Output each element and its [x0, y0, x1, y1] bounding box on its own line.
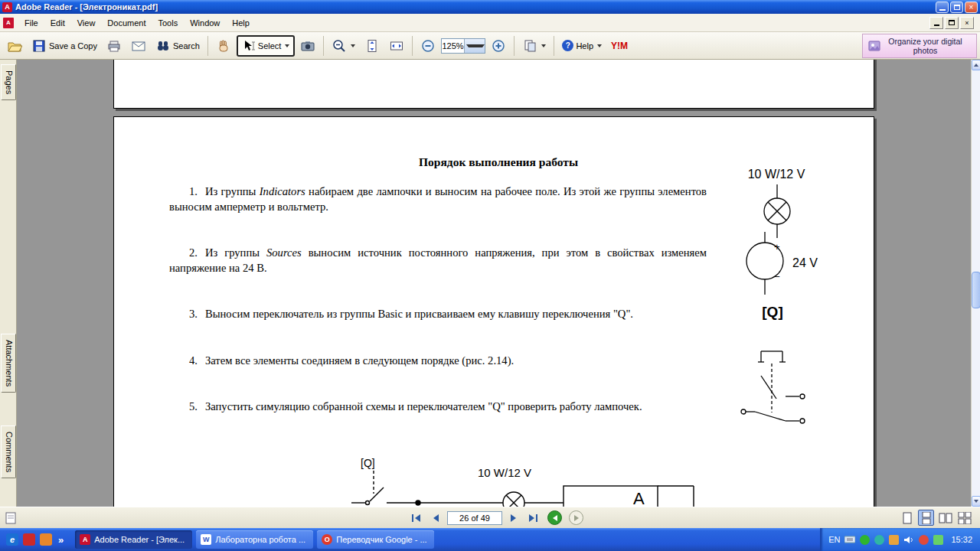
status-bar [0, 507, 980, 528]
view-continuous-facing-button[interactable] [956, 510, 972, 526]
maximize-button[interactable] [950, 2, 963, 13]
taskbar-button-google-translate[interactable]: O Переводчик Google - ... [317, 530, 434, 549]
tray-icon-teal[interactable] [874, 535, 884, 545]
first-page-button[interactable] [409, 510, 424, 526]
save-a-copy-button[interactable]: Save a Copy [28, 35, 101, 57]
scroll-up-button[interactable] [972, 60, 980, 70]
source-minus-sign: – [774, 270, 780, 282]
tab-comments[interactable]: Comments [1, 425, 16, 478]
tab-attachments[interactable]: Attachments [1, 334, 16, 393]
keyboard-icon[interactable] [844, 535, 855, 544]
page-navigation [409, 510, 583, 526]
zoom-tool-dropdown[interactable] [328, 35, 359, 57]
scroll-down-button[interactable] [972, 496, 980, 507]
doc-close-button[interactable]: × [960, 17, 974, 29]
taskbar-button-word-document[interactable]: W Лабораторна робота ... [196, 530, 313, 549]
page-layout-icon [522, 38, 537, 54]
forward-arrow-icon [573, 514, 580, 522]
photo-promo-button[interactable]: Organize your digital photos [862, 34, 977, 58]
title-bar: A Adobe Reader - [Электроникат.pdf] × [0, 0, 980, 14]
document-area[interactable]: Порядок выполнения работы 1.Из группы In… [17, 60, 971, 507]
quick-launch: e » [0, 533, 71, 546]
paragraph-5: 5.Запустить симуляцию собранной схемы и … [169, 399, 659, 415]
search-button[interactable]: Search [152, 35, 204, 57]
arrow-up-icon [974, 64, 978, 67]
menu-tools[interactable]: Tools [152, 15, 185, 31]
zoom-level-combobox[interactable]: 125% [441, 38, 485, 54]
menu-document[interactable]: Document [101, 15, 152, 31]
yahoo-messenger-button[interactable]: Y!M [607, 35, 632, 57]
open-button[interactable] [3, 35, 26, 57]
printer-icon [106, 38, 122, 54]
previous-view-button[interactable] [547, 510, 562, 525]
page-size-icon [5, 511, 17, 525]
last-page-button[interactable] [525, 510, 541, 526]
scrollbar-thumb[interactable] [972, 272, 980, 308]
adobe-reader-icon: A [80, 534, 90, 545]
previous-page-icon [431, 514, 440, 523]
document-window-controls: × [929, 17, 977, 29]
next-page-button[interactable] [506, 510, 521, 526]
search-label: Search [173, 41, 200, 51]
minimize-button[interactable] [936, 2, 949, 13]
adobe-reader-icon: A [2, 2, 12, 12]
print-button[interactable] [103, 35, 126, 57]
tray-icon-light-green[interactable] [933, 535, 943, 545]
chevron-down-icon [285, 44, 289, 47]
menu-edit[interactable]: Edit [44, 15, 71, 31]
zoom-out-icon [420, 38, 436, 54]
previous-page-button[interactable] [428, 510, 443, 526]
chevron-down-icon [597, 44, 602, 47]
page-display-dropdown[interactable] [518, 35, 550, 57]
lamp-symbol-figure [756, 184, 799, 238]
menu-window[interactable]: Window [184, 15, 226, 31]
select-tool-button[interactable]: Select [237, 35, 296, 57]
floppy-disk-icon [31, 38, 47, 54]
menu-view[interactable]: View [71, 15, 102, 31]
volume-icon[interactable] [903, 535, 914, 545]
clock[interactable]: 15:32 [951, 535, 972, 544]
taskbar-button-adobe-reader[interactable]: A Adobe Reader - [Элек... [75, 530, 192, 549]
menu-file[interactable]: File [18, 15, 44, 31]
language-indicator[interactable]: EN [828, 535, 840, 544]
toolbar-separator [514, 36, 514, 56]
fit-width-button[interactable] [385, 35, 408, 57]
camera-icon [300, 38, 315, 54]
restore-icon [949, 20, 955, 25]
doc-minimize-button[interactable] [929, 17, 943, 29]
minimize-icon [939, 9, 946, 11]
tab-pages[interactable]: Pages [1, 64, 16, 100]
firefox-icon[interactable] [40, 533, 52, 546]
tray-icon-orange[interactable] [889, 535, 899, 545]
quick-launch-overflow-chevron[interactable]: » [57, 534, 65, 546]
zoom-dropdown-button[interactable] [464, 39, 485, 53]
tray-icon-red[interactable] [919, 535, 929, 545]
doc-restore-button[interactable] [945, 17, 959, 29]
hand-icon [216, 38, 231, 54]
view-facing-button[interactable] [937, 510, 953, 526]
help-dropdown[interactable]: ? Help [558, 35, 606, 57]
view-single-page-button[interactable] [899, 510, 915, 526]
internet-explorer-icon[interactable]: e [6, 533, 18, 546]
toolbar-separator [412, 36, 413, 56]
back-arrow-icon [551, 514, 559, 522]
quick-launch-icon-2[interactable] [23, 533, 35, 546]
source-plus-sign: + [774, 241, 780, 253]
zoom-in-button[interactable] [487, 35, 510, 57]
hand-tool-button[interactable] [212, 35, 235, 57]
binoculars-icon [155, 38, 171, 54]
view-continuous-button[interactable] [918, 510, 934, 526]
zoom-level-value: 125% [442, 41, 463, 51]
menu-help[interactable]: Help [226, 15, 256, 31]
next-view-button[interactable] [569, 510, 583, 525]
page-number-field[interactable] [447, 511, 502, 525]
toolbar-separator [207, 36, 208, 56]
snapshot-tool-button[interactable] [296, 35, 319, 57]
vertical-scrollbar[interactable] [971, 60, 980, 507]
zoom-out-button[interactable] [416, 35, 439, 57]
source-voltage-label: 24 V [792, 256, 818, 270]
email-button[interactable] [127, 35, 150, 57]
fit-page-button[interactable] [361, 35, 384, 57]
close-button[interactable]: × [965, 2, 978, 13]
tray-icon-green[interactable] [860, 535, 870, 545]
